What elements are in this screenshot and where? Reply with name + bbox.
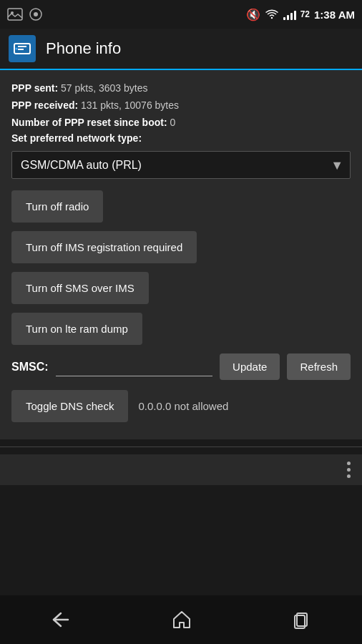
smsc-label: SMSC: bbox=[11, 361, 49, 374]
page-title: Phone info bbox=[46, 39, 121, 58]
wifi-icon bbox=[265, 9, 279, 20]
toggle-dns-button[interactable]: Toggle DNS check bbox=[11, 390, 128, 422]
network-type-select[interactable]: GSM/CDMA auto (PRL) GSM only CDMA only W… bbox=[11, 151, 351, 179]
turn-off-ims-button[interactable]: Turn off IMS registration required bbox=[11, 231, 197, 263]
back-button[interactable] bbox=[36, 605, 85, 635]
dns-row: Toggle DNS check 0.0.0.0 not allowed bbox=[11, 390, 351, 422]
dot2 bbox=[347, 468, 351, 472]
dot1 bbox=[347, 462, 351, 465]
dot3 bbox=[347, 474, 351, 478]
mute-icon: 🔇 bbox=[246, 8, 260, 21]
turn-on-lte-ram-dump-button[interactable]: Turn on lte ram dump bbox=[11, 313, 142, 345]
status-bar-left bbox=[7, 7, 43, 21]
recent-apps-button[interactable] bbox=[278, 603, 326, 636]
ppp-reset-line: Number of PPP reset since boot: 0 bbox=[11, 114, 351, 132]
recent-apps-icon bbox=[293, 610, 311, 629]
turn-off-sms-ims-button[interactable]: Turn off SMS over IMS bbox=[11, 272, 149, 304]
more-options-button[interactable] bbox=[347, 462, 351, 478]
svg-point-7 bbox=[16, 48, 18, 50]
back-icon bbox=[51, 612, 71, 628]
turn-off-radio-button[interactable]: Turn off radio bbox=[11, 190, 103, 223]
home-button[interactable] bbox=[158, 603, 205, 636]
svg-point-3 bbox=[34, 12, 38, 16]
time-display: 1:38 AM bbox=[314, 9, 355, 21]
battery-icon: 72 bbox=[300, 9, 310, 19]
update-button[interactable]: Update bbox=[220, 353, 280, 380]
status-bar-right: 🔇 72 1:38 AM bbox=[246, 8, 355, 21]
more-dots-area bbox=[0, 454, 362, 485]
smsc-row: SMSC: Update Refresh bbox=[11, 353, 351, 380]
status-bar: 🔇 72 1:38 AM bbox=[0, 0, 362, 29]
title-bar: Phone info bbox=[0, 29, 362, 70]
phone-info-icon bbox=[9, 35, 36, 62]
content-divider bbox=[0, 447, 362, 447]
main-content: PPP sent: 57 pkts, 3603 bytes PPP receiv… bbox=[0, 70, 362, 439]
refresh-button[interactable]: Refresh bbox=[287, 353, 351, 380]
image-icon bbox=[7, 8, 23, 21]
smsc-input[interactable] bbox=[56, 358, 213, 376]
ppp-sent-line: PPP sent: 57 pkts, 3603 bytes bbox=[11, 80, 351, 97]
ppp-received-line: PPP received: 131 pkts, 10076 bytes bbox=[11, 97, 351, 114]
share-icon bbox=[29, 7, 43, 21]
dns-status: 0.0.0.0 not allowed bbox=[138, 400, 228, 412]
network-type-dropdown-container[interactable]: GSM/CDMA auto (PRL) GSM only CDMA only W… bbox=[11, 151, 351, 179]
home-icon bbox=[172, 610, 191, 629]
bottom-nav bbox=[0, 595, 362, 644]
svg-marker-9 bbox=[174, 612, 190, 628]
network-type-label: Set preferred network type: bbox=[11, 132, 351, 144]
signal-icon bbox=[283, 9, 296, 20]
